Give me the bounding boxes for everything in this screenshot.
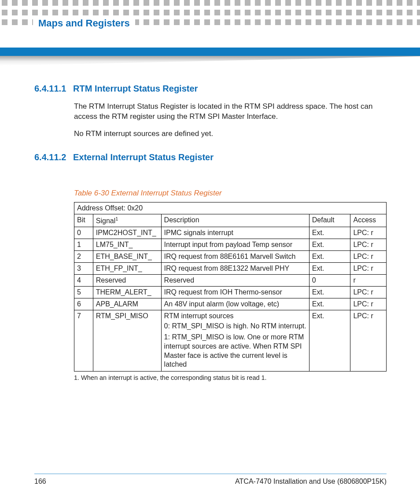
page-footer: 166 ATCA-7470 Installation and Use (6806… [34,474,387,486]
section-number: 6.4.11.2 [34,152,66,162]
table-row: 2 ETH_BASE_INT_ IRQ request from 88E6161… [74,251,387,263]
header-title-mask: Maps and Registers [33,18,135,29]
table-caption: Table 6-30 External Interrupt Status Reg… [74,189,387,198]
col-access: Access [350,214,387,227]
col-default: Default [309,214,350,227]
col-signal: Signal1 [93,214,161,227]
table-row: 5 THERM_ALERT_ IRQ request from IOH Ther… [74,287,387,298]
table-address-row: Address Offset: 0x20 [74,202,387,214]
page-number: 166 [34,478,46,486]
page-title: Maps and Registers [38,18,130,29]
table-row: 4 Reserved Reserved 0 r [74,275,387,287]
register-table: Address Offset: 0x20 Bit Signal1 Descrip… [74,202,387,372]
address-offset-cell: Address Offset: 0x20 [74,202,387,214]
header-grey-wedge [0,56,420,66]
table-row: 7 RTM_SPI_MISO RTM interrupt sources 0: … [74,310,387,372]
table-row: 1 LM75_INT_ Interrupt input from payload… [74,239,387,251]
section-title: RTM Interrupt Status Register [73,84,198,94]
table-footnote: 1. When an interrupt is active, the corr… [74,374,387,381]
col-bit: Bit [74,214,93,227]
table-row: 3 ETH_FP_INT_ IRQ request from 88E1322 M… [74,263,387,275]
table-row: 0 IPMC2HOST_INT_ IPMC signals interrupt … [74,227,387,239]
section-heading-2: 6.4.11.2 External Interrupt Status Regis… [34,152,387,162]
body-paragraph: No RTM interrupt sources are defined yet… [74,129,387,139]
body-paragraph: The RTM Interrupt Status Register is loc… [74,102,387,122]
section-title: External Interrupt Status Register [73,152,214,162]
header-blue-bar [0,48,420,56]
col-description: Description [161,214,309,227]
table-header-row: Bit Signal1 Description Default Access [74,214,387,227]
section-heading-1: 6.4.11.1 RTM Interrupt Status Register [34,84,387,94]
section-number: 6.4.11.1 [34,84,66,94]
table-row: 6 APB_ALARM An 48V input alarm (low volt… [74,298,387,310]
doc-title: ATCA-7470 Installation and Use (6806800P… [235,478,387,486]
